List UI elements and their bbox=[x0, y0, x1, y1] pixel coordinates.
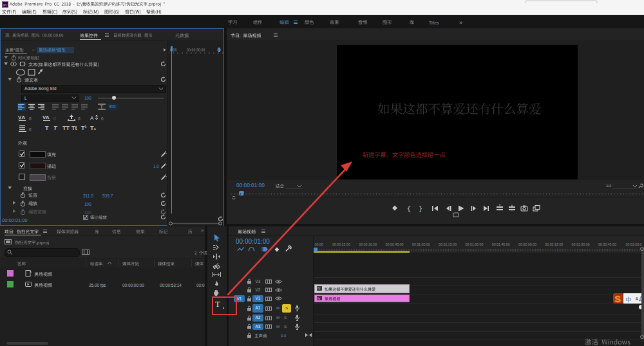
svg-text:{: { bbox=[407, 206, 411, 212]
svg-text:VA: VA bbox=[43, 114, 50, 120]
svg-text:T: T bbox=[100, 105, 104, 109]
svg-text:Pr: Pr bbox=[3, 3, 7, 7]
svg-text:A: A bbox=[90, 115, 94, 121]
svg-text:}: } bbox=[419, 206, 422, 212]
svg-text:V̲A: V̲A bbox=[18, 114, 25, 120]
